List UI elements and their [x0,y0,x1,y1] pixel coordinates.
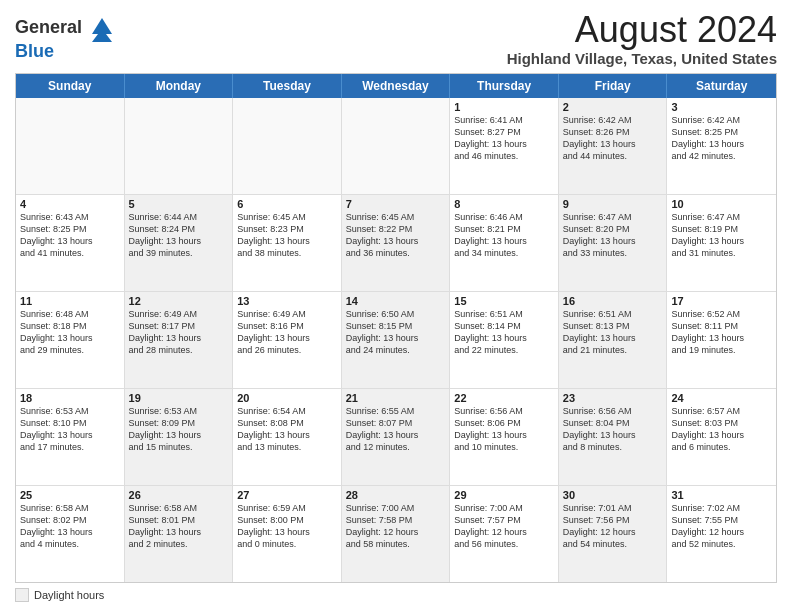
cal-header-monday: Monday [125,74,234,98]
day-number: 12 [129,295,229,307]
day-number: 24 [671,392,772,404]
logo-blue: Blue [15,41,54,61]
day-info: Sunrise: 6:47 AMSunset: 8:19 PMDaylight:… [671,211,772,260]
cal-cell: 29Sunrise: 7:00 AMSunset: 7:57 PMDayligh… [450,486,559,582]
day-number: 22 [454,392,554,404]
day-number: 31 [671,489,772,501]
cal-header-sunday: Sunday [16,74,125,98]
cal-cell: 16Sunrise: 6:51 AMSunset: 8:13 PMDayligh… [559,292,668,388]
day-info: Sunrise: 6:41 AMSunset: 8:27 PMDaylight:… [454,114,554,163]
day-info: Sunrise: 6:46 AMSunset: 8:21 PMDaylight:… [454,211,554,260]
day-number: 27 [237,489,337,501]
day-number: 14 [346,295,446,307]
day-number: 4 [20,198,120,210]
cal-week-5: 25Sunrise: 6:58 AMSunset: 8:02 PMDayligh… [16,486,776,582]
cal-cell: 18Sunrise: 6:53 AMSunset: 8:10 PMDayligh… [16,389,125,485]
cal-header-tuesday: Tuesday [233,74,342,98]
day-info: Sunrise: 6:51 AMSunset: 8:14 PMDaylight:… [454,308,554,357]
cal-cell: 26Sunrise: 6:58 AMSunset: 8:01 PMDayligh… [125,486,234,582]
day-info: Sunrise: 6:45 AMSunset: 8:23 PMDaylight:… [237,211,337,260]
cal-header-thursday: Thursday [450,74,559,98]
cal-cell: 11Sunrise: 6:48 AMSunset: 8:18 PMDayligh… [16,292,125,388]
cal-cell: 13Sunrise: 6:49 AMSunset: 8:16 PMDayligh… [233,292,342,388]
logo: General Blue [15,14,116,62]
cal-cell: 27Sunrise: 6:59 AMSunset: 8:00 PMDayligh… [233,486,342,582]
day-number: 2 [563,101,663,113]
cal-cell: 30Sunrise: 7:01 AMSunset: 7:56 PMDayligh… [559,486,668,582]
day-number: 10 [671,198,772,210]
day-info: Sunrise: 6:57 AMSunset: 8:03 PMDaylight:… [671,405,772,454]
subtitle: Highland Village, Texas, United States [507,50,777,67]
day-info: Sunrise: 6:54 AMSunset: 8:08 PMDaylight:… [237,405,337,454]
day-number: 28 [346,489,446,501]
day-number: 6 [237,198,337,210]
day-info: Sunrise: 6:42 AMSunset: 8:25 PMDaylight:… [671,114,772,163]
day-number: 23 [563,392,663,404]
cal-week-3: 11Sunrise: 6:48 AMSunset: 8:18 PMDayligh… [16,292,776,389]
cal-cell: 25Sunrise: 6:58 AMSunset: 8:02 PMDayligh… [16,486,125,582]
day-info: Sunrise: 6:56 AMSunset: 8:06 PMDaylight:… [454,405,554,454]
cal-cell: 24Sunrise: 6:57 AMSunset: 8:03 PMDayligh… [667,389,776,485]
day-number: 19 [129,392,229,404]
day-info: Sunrise: 6:56 AMSunset: 8:04 PMDaylight:… [563,405,663,454]
day-number: 11 [20,295,120,307]
day-info: Sunrise: 6:48 AMSunset: 8:18 PMDaylight:… [20,308,120,357]
cal-cell: 4Sunrise: 6:43 AMSunset: 8:25 PMDaylight… [16,195,125,291]
day-info: Sunrise: 7:00 AMSunset: 7:57 PMDaylight:… [454,502,554,551]
cal-cell: 31Sunrise: 7:02 AMSunset: 7:55 PMDayligh… [667,486,776,582]
day-info: Sunrise: 6:42 AMSunset: 8:26 PMDaylight:… [563,114,663,163]
day-number: 21 [346,392,446,404]
cal-cell [125,98,234,194]
day-info: Sunrise: 6:51 AMSunset: 8:13 PMDaylight:… [563,308,663,357]
day-info: Sunrise: 6:52 AMSunset: 8:11 PMDaylight:… [671,308,772,357]
cal-cell: 1Sunrise: 6:41 AMSunset: 8:27 PMDaylight… [450,98,559,194]
day-info: Sunrise: 6:59 AMSunset: 8:00 PMDaylight:… [237,502,337,551]
cal-cell: 12Sunrise: 6:49 AMSunset: 8:17 PMDayligh… [125,292,234,388]
day-info: Sunrise: 6:53 AMSunset: 8:09 PMDaylight:… [129,405,229,454]
cal-week-2: 4Sunrise: 6:43 AMSunset: 8:25 PMDaylight… [16,195,776,292]
day-number: 17 [671,295,772,307]
cal-header-wednesday: Wednesday [342,74,451,98]
day-number: 30 [563,489,663,501]
cal-cell: 7Sunrise: 6:45 AMSunset: 8:22 PMDaylight… [342,195,451,291]
day-number: 16 [563,295,663,307]
svg-marker-0 [92,18,112,34]
cal-cell: 10Sunrise: 6:47 AMSunset: 8:19 PMDayligh… [667,195,776,291]
cal-cell: 28Sunrise: 7:00 AMSunset: 7:58 PMDayligh… [342,486,451,582]
day-number: 13 [237,295,337,307]
day-info: Sunrise: 6:43 AMSunset: 8:25 PMDaylight:… [20,211,120,260]
cal-cell: 5Sunrise: 6:44 AMSunset: 8:24 PMDaylight… [125,195,234,291]
cal-cell: 22Sunrise: 6:56 AMSunset: 8:06 PMDayligh… [450,389,559,485]
cal-cell: 19Sunrise: 6:53 AMSunset: 8:09 PMDayligh… [125,389,234,485]
title-block: August 2024 Highland Village, Texas, Uni… [507,10,777,67]
calendar-header: SundayMondayTuesdayWednesdayThursdayFrid… [16,74,776,98]
cal-cell: 23Sunrise: 6:56 AMSunset: 8:04 PMDayligh… [559,389,668,485]
cal-week-4: 18Sunrise: 6:53 AMSunset: 8:10 PMDayligh… [16,389,776,486]
header: General Blue August 2024 Highland Villag… [15,10,777,67]
cal-header-saturday: Saturday [667,74,776,98]
calendar-body: 1Sunrise: 6:41 AMSunset: 8:27 PMDaylight… [16,98,776,582]
cal-cell: 15Sunrise: 6:51 AMSunset: 8:14 PMDayligh… [450,292,559,388]
day-info: Sunrise: 6:58 AMSunset: 8:02 PMDaylight:… [20,502,120,551]
cal-cell [342,98,451,194]
day-info: Sunrise: 6:45 AMSunset: 8:22 PMDaylight:… [346,211,446,260]
main-title: August 2024 [507,10,777,50]
cal-cell: 2Sunrise: 6:42 AMSunset: 8:26 PMDaylight… [559,98,668,194]
day-info: Sunrise: 7:00 AMSunset: 7:58 PMDaylight:… [346,502,446,551]
cal-cell: 6Sunrise: 6:45 AMSunset: 8:23 PMDaylight… [233,195,342,291]
day-number: 25 [20,489,120,501]
logo-icon [88,14,116,42]
day-info: Sunrise: 6:49 AMSunset: 8:17 PMDaylight:… [129,308,229,357]
cal-cell: 9Sunrise: 6:47 AMSunset: 8:20 PMDaylight… [559,195,668,291]
day-number: 20 [237,392,337,404]
cal-cell: 20Sunrise: 6:54 AMSunset: 8:08 PMDayligh… [233,389,342,485]
day-info: Sunrise: 6:44 AMSunset: 8:24 PMDaylight:… [129,211,229,260]
calendar: SundayMondayTuesdayWednesdayThursdayFrid… [15,73,777,583]
cal-cell: 8Sunrise: 6:46 AMSunset: 8:21 PMDaylight… [450,195,559,291]
cal-cell [16,98,125,194]
day-info: Sunrise: 7:02 AMSunset: 7:55 PMDaylight:… [671,502,772,551]
day-info: Sunrise: 6:50 AMSunset: 8:15 PMDaylight:… [346,308,446,357]
cal-cell: 21Sunrise: 6:55 AMSunset: 8:07 PMDayligh… [342,389,451,485]
day-info: Sunrise: 6:58 AMSunset: 8:01 PMDaylight:… [129,502,229,551]
cal-header-friday: Friday [559,74,668,98]
